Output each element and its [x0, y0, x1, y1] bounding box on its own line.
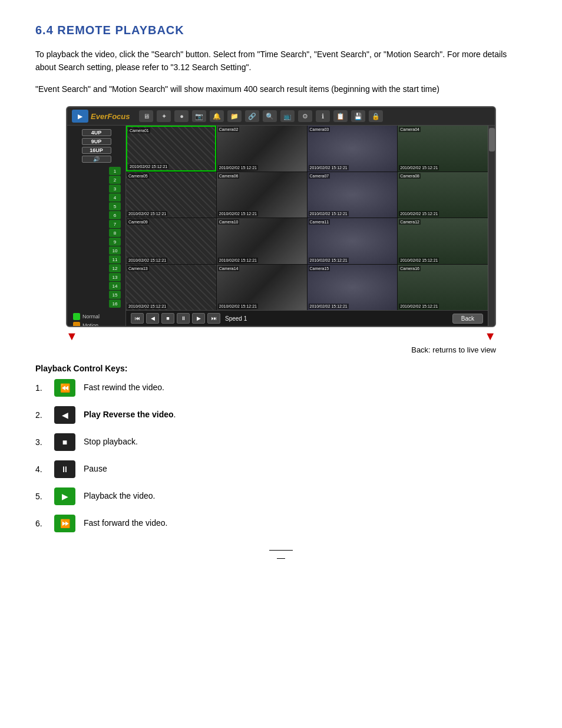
- camera-label-1: Camera01: [128, 128, 150, 133]
- save-icon[interactable]: 💾: [351, 110, 365, 122]
- channel-item-4[interactable]: 4: [109, 193, 121, 202]
- camera-cell-15[interactable]: Camera152010/02/02 15:12:21: [308, 265, 398, 311]
- control-description-6: Fast forward the video.: [84, 518, 167, 529]
- camera-timestamp-13: 2010/02/02 15:12:21: [127, 304, 167, 309]
- pause-button[interactable]: ⏸: [177, 313, 190, 324]
- channel-item-15[interactable]: 15: [109, 291, 121, 299]
- stop-button[interactable]: ■: [161, 313, 174, 324]
- dvr-scrollbar[interactable]: [488, 126, 495, 326]
- camera-cell-14[interactable]: Camera142010/02/02 15:12:21: [217, 265, 307, 311]
- bell-icon[interactable]: 🔔: [210, 110, 224, 122]
- camera-cell-5[interactable]: Camera052010/02/02 15:12:21: [126, 172, 216, 218]
- dvr-main: Camera012010/02/02 15:12:21Camera022010/…: [126, 126, 488, 326]
- legend-item-1: Motion: [73, 322, 123, 327]
- channel-item-12[interactable]: 12: [109, 264, 121, 272]
- lock-icon[interactable]: 🔒: [369, 110, 383, 122]
- right-arrow: ▼: [484, 330, 496, 343]
- 9up-button[interactable]: 9UP: [82, 138, 111, 145]
- channel-item-14[interactable]: 14: [109, 282, 121, 290]
- dvr-body: 4UP 9UP 16UP 🔊 12345678910111213141516 N…: [67, 126, 495, 326]
- page-number: —: [269, 550, 293, 562]
- control-number-3: 3.: [35, 437, 46, 447]
- network-icon[interactable]: 🔗: [245, 110, 259, 122]
- camera-cell-3[interactable]: Camera032010/02/02 15:12:21: [308, 126, 398, 172]
- camera-cell-7[interactable]: Camera072010/02/02 15:12:21: [308, 172, 398, 218]
- channel-item-1[interactable]: 1: [109, 167, 121, 175]
- speed-label: Speed 1: [225, 315, 247, 322]
- camera-timestamp-2: 2010/02/02 15:12:21: [218, 165, 258, 170]
- camera-cell-11[interactable]: Camera112010/02/02 15:12:21: [308, 218, 398, 264]
- camera-label-2: Camera02: [218, 127, 240, 132]
- camera-icon[interactable]: 📷: [192, 110, 206, 122]
- 16up-button[interactable]: 16UP: [82, 147, 111, 154]
- camera-cell-1[interactable]: Camera012010/02/02 15:12:21: [126, 126, 216, 172]
- dvr-logo-icon: ▶: [72, 110, 88, 123]
- fast-rewind-button[interactable]: ⏮: [131, 313, 144, 324]
- control-icon-3: ■: [54, 433, 75, 451]
- camera-label-6: Camera06: [218, 173, 240, 179]
- legend-item-0: Normal: [73, 313, 123, 320]
- camera-cell-8[interactable]: Camera082010/02/02 15:12:21: [398, 172, 488, 218]
- dvr-sidebar: 4UP 9UP 16UP 🔊 12345678910111213141516 N…: [67, 126, 126, 326]
- channel-item-10[interactable]: 10: [109, 246, 121, 255]
- control-number-4: 4.: [35, 465, 46, 474]
- settings-icon[interactable]: ✦: [157, 110, 171, 122]
- camera-timestamp-12: 2010/02/02 15:12:21: [399, 258, 439, 263]
- camera-cell-13[interactable]: Camera132010/02/02 15:12:21: [126, 265, 216, 311]
- dvr-topbar: ▶ EverFocus 🖥 ✦ ● 📷 🔔 📁 🔗 🔍 📺 ⚙ ℹ 📋 💾 🔒: [67, 107, 495, 126]
- camera-label-9: Camera09: [127, 219, 149, 225]
- channel-item-16[interactable]: 16: [109, 299, 121, 308]
- control-number-6: 6.: [35, 519, 46, 528]
- info-icon[interactable]: ℹ: [316, 110, 330, 122]
- camera-label-15: Camera15: [309, 266, 330, 271]
- camera-label-7: Camera07: [309, 173, 330, 179]
- copy-icon[interactable]: 📋: [333, 110, 348, 122]
- channel-item-5[interactable]: 5: [109, 202, 121, 210]
- control-list: 1.⏪Fast rewind the video.2.◀Play Reverse…: [35, 379, 527, 532]
- camera-timestamp-5: 2010/02/02 15:12:21: [127, 211, 167, 216]
- camera-cell-4[interactable]: Camera042010/02/02 15:12:21: [398, 126, 488, 172]
- folder-icon[interactable]: 📁: [227, 110, 242, 122]
- control-icon-2: ◀: [54, 406, 75, 424]
- control-description-5: Playback the video.: [84, 490, 155, 502]
- fast-forward-button[interactable]: ⏭: [207, 313, 220, 324]
- channel-item-8[interactable]: 8: [109, 229, 121, 237]
- back-note: Back: returns to live view: [66, 345, 496, 354]
- camera-timestamp-6: 2010/02/02 15:12:21: [218, 211, 258, 216]
- channel-item-2[interactable]: 2: [109, 176, 121, 184]
- camera-timestamp-7: 2010/02/02 15:12:21: [309, 211, 349, 216]
- camera-label-3: Camera03: [309, 127, 330, 132]
- channel-item-13[interactable]: 13: [109, 273, 121, 281]
- playback-controls-title: Playback Control Keys:: [35, 364, 527, 373]
- control-description-3: Stop playback.: [84, 436, 138, 448]
- legend: NormalMotionVideo LossAlarmDisable: [70, 313, 123, 327]
- channel-item-9[interactable]: 9: [109, 238, 121, 246]
- record-icon[interactable]: ●: [174, 110, 189, 122]
- control-item-2: 2.◀Play Reverse the video.: [35, 406, 527, 424]
- 4up-button[interactable]: 4UP: [82, 129, 111, 136]
- search-icon[interactable]: 🔍: [263, 110, 277, 122]
- audio-button[interactable]: 🔊: [82, 156, 111, 163]
- camera-cell-12[interactable]: Camera122010/02/02 15:12:21: [398, 218, 488, 264]
- camera-label-4: Camera04: [399, 127, 421, 132]
- control-description-1: Fast rewind the video.: [84, 382, 164, 394]
- monitor-icon[interactable]: 🖥: [139, 110, 153, 122]
- channel-item-11[interactable]: 11: [109, 255, 121, 263]
- back-button[interactable]: Back: [452, 314, 483, 324]
- play-button[interactable]: ▶: [192, 313, 205, 324]
- camera-cell-9[interactable]: Camera092010/02/02 15:12:21: [126, 218, 216, 264]
- channel-item-7[interactable]: 7: [109, 220, 121, 228]
- gear-icon[interactable]: ⚙: [298, 110, 312, 122]
- scroll-thumb[interactable]: [489, 128, 495, 151]
- camera-cell-2[interactable]: Camera022010/02/02 15:12:21: [217, 126, 307, 172]
- camera-cell-10[interactable]: Camera102010/02/02 15:12:21: [217, 218, 307, 264]
- legend-label-1: Motion: [82, 322, 98, 327]
- camera-label-16: Camera16: [399, 266, 421, 271]
- reverse-button[interactable]: ◀: [146, 313, 159, 324]
- channel-item-3[interactable]: 3: [109, 185, 121, 193]
- camera-cell-16[interactable]: Camera162010/02/02 15:12:21: [398, 265, 488, 311]
- channel-item-6[interactable]: 6: [109, 211, 121, 219]
- display-icon[interactable]: 📺: [280, 110, 295, 122]
- camera-cell-6[interactable]: Camera062010/02/02 15:12:21: [217, 172, 307, 218]
- control-description-2: Play Reverse the video.: [84, 409, 176, 421]
